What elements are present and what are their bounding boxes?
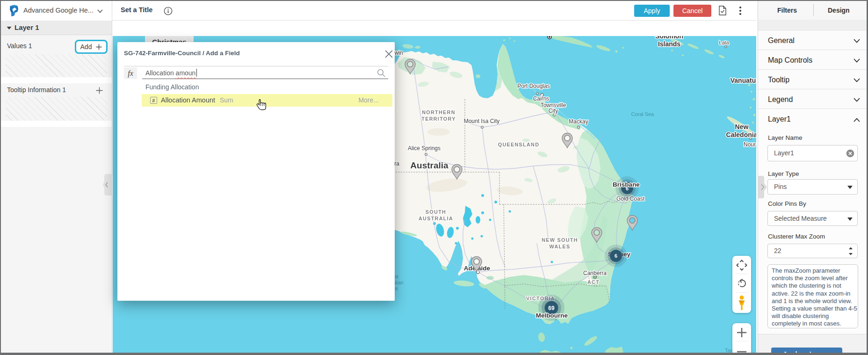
svg-text:Melbourne: Melbourne (536, 312, 568, 319)
svg-text:ACT: ACT (587, 279, 600, 285)
svg-text:Islands: Islands (658, 40, 680, 48)
svg-text:Cairns: Cairns (533, 95, 550, 102)
svg-text:NORTHERN: NORTHERN (422, 109, 456, 115)
svg-text:SOUTH: SOUTH (426, 209, 446, 215)
svg-text:TERRITORY: TERRITORY (421, 116, 456, 122)
svg-text:City: City (549, 108, 558, 114)
svg-text:Coral Sea: Coral Sea (631, 111, 655, 117)
svg-text:AUSTRALIA: AUSTRALIA (419, 216, 453, 221)
svg-text:6: 6 (626, 186, 629, 191)
svg-text:Canberra: Canberra (583, 270, 607, 276)
svg-text:QUEENSLAND: QUEENSLAND (498, 142, 540, 147)
svg-text:6: 6 (615, 253, 617, 259)
svg-text:Solomon: Solomon (655, 36, 683, 40)
svg-text:Vanuatu: Vanuatu (731, 77, 756, 84)
svg-text:Caledonia: Caledonia (726, 131, 756, 138)
svg-text:Lata: Lata (719, 40, 729, 45)
svg-text:New: New (735, 123, 749, 130)
svg-text:Mackay: Mackay (569, 118, 588, 125)
svg-text:WALES: WALES (550, 244, 571, 249)
svg-text:69: 69 (548, 305, 555, 312)
svg-text:Mount Isa City: Mount Isa City (464, 118, 500, 124)
svg-text:Australia: Australia (410, 160, 448, 170)
svg-text:Nour: Nour (744, 141, 756, 148)
svg-text:NEW SOUTH: NEW SOUTH (542, 237, 578, 243)
svg-text:Alice Springs: Alice Springs (408, 145, 441, 152)
svg-text:Port Douglas: Port Douglas (517, 83, 550, 89)
